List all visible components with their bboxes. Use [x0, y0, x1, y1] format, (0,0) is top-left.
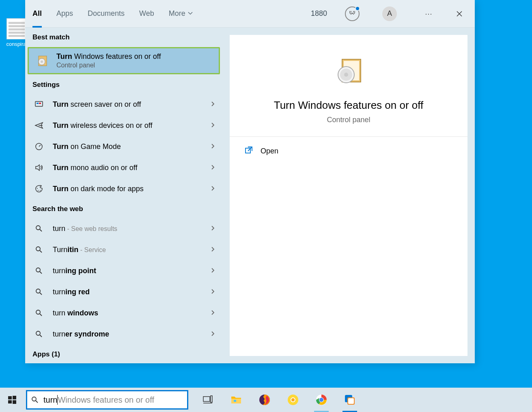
svg-point-12: [36, 268, 40, 272]
close-icon: [456, 11, 463, 17]
svg-rect-27: [203, 397, 210, 401]
result-title: Turn wireless devices on or off: [53, 121, 203, 130]
result-title: turning point: [53, 267, 203, 275]
chevron-right-icon: [210, 101, 215, 108]
setting-screensaver[interactable]: Turn screen saver on or off: [25, 94, 222, 115]
section-settings: Settings: [25, 75, 222, 94]
file-thumbnail-icon: [6, 18, 26, 39]
svg-point-10: [36, 226, 40, 230]
task-view-icon: [202, 395, 213, 405]
web-result[interactable]: turn windows: [25, 302, 222, 324]
chevron-right-icon: [210, 122, 215, 129]
chevron-down-icon: [188, 9, 193, 18]
palette-icon: [32, 182, 45, 195]
chevron-right-icon: [210, 143, 215, 150]
search-icon: [32, 222, 45, 235]
file-explorer-button[interactable]: [224, 388, 248, 412]
svg-point-2: [41, 60, 43, 63]
task-view-button[interactable]: [196, 388, 220, 412]
result-detail-pane: Turn Windows features on or off Control …: [222, 28, 475, 363]
result-title: Turn on dark mode for apps: [53, 185, 203, 193]
folder-icon: [230, 393, 243, 406]
section-search-web: Search the web: [25, 199, 222, 218]
taskbar-search-input[interactable]: turn Windows features on or off: [26, 390, 188, 410]
chevron-right-icon: [210, 267, 215, 274]
section-best-match: Best match: [25, 28, 222, 46]
start-button[interactable]: [0, 388, 24, 412]
web-result[interactable]: turner syndrome: [25, 324, 222, 345]
notification-dot-icon: [355, 6, 360, 11]
tab-apps[interactable]: Apps: [56, 0, 73, 28]
result-title: turn - See web results: [53, 224, 203, 233]
svg-point-9: [40, 190, 41, 191]
web-result[interactable]: turn - See web results: [25, 218, 222, 239]
setting-game-mode[interactable]: Turn on Game Mode: [25, 136, 222, 157]
section-apps: Apps (1): [25, 345, 222, 363]
screensaver-icon: [32, 98, 45, 111]
web-result[interactable]: turning red: [25, 281, 222, 302]
chrome-button[interactable]: [309, 388, 334, 412]
taskbar: turn Windows features on or off: [0, 388, 532, 412]
result-title: Turn screen saver on or off: [53, 100, 203, 109]
search-icon: [32, 243, 45, 256]
web-result[interactable]: Turnitin - Service: [25, 239, 222, 260]
tab-all[interactable]: All: [32, 0, 42, 28]
airplane-icon: [32, 119, 45, 132]
rewards-medal-icon[interactable]: [345, 6, 360, 21]
svg-rect-5: [39, 103, 41, 104]
svg-rect-22: [8, 396, 12, 399]
chrome-icon: [315, 394, 327, 406]
svg-point-20: [344, 73, 348, 77]
svg-rect-25: [13, 400, 16, 404]
tab-more-label: More: [169, 9, 185, 18]
svg-point-15: [36, 331, 40, 335]
chrome-canary-button[interactable]: [281, 388, 305, 412]
best-match-title: Turn Windows features on or off: [56, 52, 211, 61]
chevron-right-icon: [210, 225, 215, 232]
setting-wireless[interactable]: Turn wireless devices on or off: [25, 115, 222, 136]
chevron-right-icon: [210, 288, 215, 296]
user-avatar[interactable]: A: [382, 6, 397, 21]
setting-mono-audio[interactable]: Turn mono audio on or off: [25, 157, 222, 178]
svg-rect-23: [13, 396, 16, 399]
svg-point-34: [291, 398, 295, 401]
speaker-icon: [32, 161, 45, 174]
web-result[interactable]: turning point: [25, 260, 222, 281]
open-icon: [244, 146, 253, 157]
result-title: turner syndrome: [53, 330, 203, 339]
search-filter-tabs: All Apps Documents Web More 1880 A ⋯: [25, 0, 475, 28]
result-title: Turnitin - Service: [53, 246, 203, 254]
svg-point-8: [38, 190, 39, 191]
best-match-subtitle: Control panel: [56, 62, 211, 69]
windows-logo-icon: [7, 395, 17, 405]
tab-web[interactable]: Web: [139, 0, 154, 28]
search-icon: [32, 306, 45, 319]
firefox-button[interactable]: [252, 388, 277, 412]
chevron-right-icon: [210, 246, 215, 253]
chevron-right-icon: [210, 309, 215, 317]
best-match-result[interactable]: Turn Windows features on or off Control …: [28, 47, 220, 74]
detail-card: Turn Windows features on or off Control …: [230, 35, 467, 356]
control-panel-large-icon: [332, 55, 365, 88]
search-icon: [32, 328, 45, 341]
rewards-points: 1880: [311, 9, 327, 18]
tab-more[interactable]: More: [169, 0, 193, 28]
open-action[interactable]: Open: [230, 137, 467, 166]
chevron-right-icon: [210, 185, 215, 192]
setting-dark-mode[interactable]: Turn on dark mode for apps: [25, 178, 222, 199]
gauge-icon: [32, 140, 45, 153]
vmware-button[interactable]: [338, 388, 362, 412]
control-panel-icon: [36, 54, 49, 67]
svg-rect-40: [348, 398, 354, 404]
close-button[interactable]: [451, 6, 467, 22]
chevron-right-icon: [210, 164, 215, 171]
result-title: Turn mono audio on or off: [53, 164, 203, 172]
svg-point-13: [36, 289, 40, 293]
search-icon: [32, 285, 45, 298]
more-options-button[interactable]: ⋯: [420, 6, 437, 22]
result-title: Turn on Game Mode: [53, 142, 203, 151]
search-typed-text: turn: [43, 395, 57, 405]
svg-rect-30: [234, 400, 236, 402]
search-icon: [32, 264, 45, 277]
tab-documents[interactable]: Documents: [88, 0, 125, 28]
